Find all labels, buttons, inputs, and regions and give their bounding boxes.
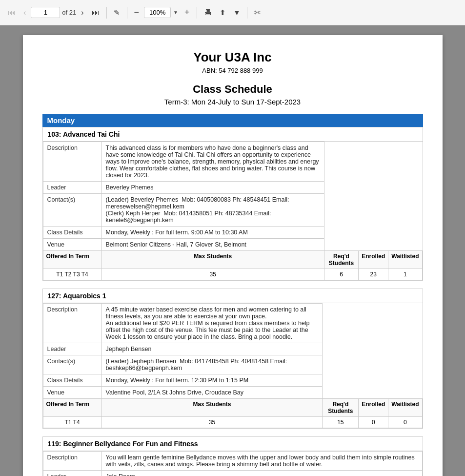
zoom-input[interactable] [144, 7, 171, 18]
next-page-button[interactable]: › [78, 6, 86, 19]
class-103: 103: Advanced Tai Chi Description This a… [42, 127, 423, 281]
value-venue: Valentine Pool, 2/1A St Johns Drive, Cro… [101, 387, 323, 399]
table-row: Description A 45 minute water based exer… [43, 304, 422, 343]
stats-header-row: Offered In Term Max Students Req'd Stude… [43, 251, 422, 269]
value-leader: Jele Reere [101, 471, 422, 476]
class-119-table: Description You will learn gentle femini… [43, 451, 423, 476]
value-leader: Beverley Phemes [101, 182, 324, 194]
label-description: Description [43, 452, 101, 471]
pdf-viewer: Your U3A Inc ABN: 54 792 888 999 Class S… [0, 25, 465, 476]
day-header-monday: Monday [42, 114, 423, 127]
more-options-button[interactable]: ▼ [231, 7, 243, 19]
separator-2 [127, 7, 127, 19]
label-contacts: Contact(s) [43, 194, 101, 227]
print-button[interactable]: 🖶 [201, 6, 215, 19]
separator-4 [247, 7, 247, 19]
stats-offered-value: T1 T2 T3 T4 [43, 269, 101, 280]
label-leader: Leader [43, 343, 101, 355]
stats-waitlisted-value: 0 [388, 417, 422, 428]
stats-offered-value: T1 T4 [43, 417, 101, 428]
stats-header-offered: Offered In Term [43, 399, 101, 417]
stats-header-enrolled: Enrolled [359, 399, 388, 417]
class-127: 127: Aquarobics 1 Description A 45 minut… [42, 289, 423, 429]
zoom-dropdown-button[interactable]: ▼ [172, 9, 180, 16]
table-row: Leader Beverley Phemes [43, 182, 422, 194]
prev-page-button[interactable]: ‹ [20, 6, 29, 19]
table-row: Venue Valentine Pool, 2/1A St Johns Driv… [43, 387, 422, 399]
label-class-details: Class Details [43, 374, 101, 387]
value-description: This advanced class is for members who h… [101, 142, 324, 182]
value-description: A 45 minute water based exercise class f… [101, 304, 323, 343]
stats-enrolled-value: 0 [359, 417, 388, 428]
separator-3 [197, 7, 197, 19]
value-description: You will learn gentle feminine Bellydanc… [101, 452, 422, 471]
stats-enrolled-value: 23 [359, 269, 388, 280]
stats-max-value: 35 [101, 417, 323, 428]
stats-header-req: Req'd Students [323, 399, 359, 417]
table-row: Venue Belmont Senior Citizens - Hall, 7 … [43, 239, 422, 251]
schedule-title: Class Schedule [42, 83, 423, 96]
stats-header-row: Offered In Term Max Students Req'd Stude… [43, 399, 422, 417]
value-class-details: Monday, Weekly : For full term. 9:00 AM … [101, 227, 324, 239]
label-class-details: Class Details [43, 227, 101, 239]
stats-req-value: 6 [324, 269, 358, 280]
toolbar: ⏮ ‹ of 21 › ⏭ ✎ − ▼ + 🖶 ⬆ ▼ ✄ [0, 0, 465, 25]
page-of-label: of 21 [62, 9, 76, 16]
term-dates: Term-3: Mon 24-July to Sun 17-Sept-2023 [42, 98, 423, 106]
stats-header-waitlisted: Waitlisted [388, 399, 422, 417]
stats-waitlisted-value: 1 [388, 269, 422, 280]
page-input-wrapper: of 21 [31, 7, 76, 18]
download-button[interactable]: ⬆ [217, 6, 229, 19]
stats-header-req: Req'd Students [324, 251, 358, 269]
zoom-wrapper: ▼ [144, 7, 180, 18]
abn: ABN: 54 792 888 999 [42, 67, 423, 74]
label-description: Description [43, 142, 101, 182]
stats-header-offered: Offered In Term [43, 251, 101, 269]
stats-header-waitlisted: Waitlisted [388, 251, 422, 269]
stats-data-row: T1 T2 T3 T4 35 6 23 1 [43, 269, 422, 280]
value-contacts: (Leader) Beverley Phemes Mob: 0405080083… [101, 194, 324, 227]
label-leader: Leader [43, 471, 101, 476]
org-name: Your U3A Inc [42, 50, 423, 65]
class-119-title: 119: Beginner Bellydance For Fun and Fit… [43, 437, 423, 451]
label-leader: Leader [43, 182, 101, 194]
value-venue: Belmont Senior Citizens - Hall, 7 Glover… [101, 239, 324, 251]
stats-data-row: T1 T4 35 15 0 0 [43, 417, 422, 428]
value-contacts: (Leader) Jepheph Bensen Mob: 0417485458 … [101, 355, 323, 374]
label-contacts: Contact(s) [43, 355, 101, 374]
value-leader: Jepheph Bensen [101, 343, 323, 355]
class-127-table: Description A 45 minute water based exer… [43, 303, 423, 428]
scissors-button[interactable]: ✄ [251, 6, 263, 19]
stats-max-value: 35 [101, 269, 324, 280]
table-row: Leader Jepheph Bensen [43, 343, 422, 355]
label-venue: Venue [43, 387, 101, 399]
last-page-button[interactable]: ⏭ [89, 6, 102, 19]
stats-header-enrolled: Enrolled [359, 251, 388, 269]
document-page: Your U3A Inc ABN: 54 792 888 999 Class S… [23, 35, 443, 476]
class-119: 119: Beginner Bellydance For Fun and Fit… [42, 436, 423, 476]
value-class-details: Monday, Weekly : For full term. 12:30 PM… [101, 374, 323, 387]
class-127-title: 127: Aquarobics 1 [43, 289, 423, 303]
stats-header-max: Max Students [101, 251, 324, 269]
first-page-button[interactable]: ⏮ [5, 6, 19, 19]
zoom-out-button[interactable]: − [131, 5, 142, 20]
label-description: Description [43, 304, 101, 343]
table-row: Description This advanced class is for m… [43, 142, 422, 182]
class-103-table: Description This advanced class is for m… [43, 142, 423, 280]
table-row: Contact(s) (Leader) Beverley Phemes Mob:… [43, 194, 422, 227]
table-row: Class Details Monday, Weekly : For full … [43, 227, 422, 239]
label-venue: Venue [43, 239, 101, 251]
table-row: Class Details Monday, Weekly : For full … [43, 374, 422, 387]
stats-req-value: 15 [323, 417, 359, 428]
table-row: Contact(s) (Leader) Jepheph Bensen Mob: … [43, 355, 422, 374]
annotate-button[interactable]: ✎ [111, 6, 123, 19]
zoom-in-button[interactable]: + [182, 5, 193, 20]
class-103-title: 103: Advanced Tai Chi [43, 127, 423, 142]
stats-header-max: Max Students [101, 399, 323, 417]
table-row: Description You will learn gentle femini… [43, 452, 422, 471]
separator-1 [106, 7, 107, 19]
page-number-input[interactable] [31, 7, 60, 18]
table-row: Leader Jele Reere [43, 471, 422, 476]
